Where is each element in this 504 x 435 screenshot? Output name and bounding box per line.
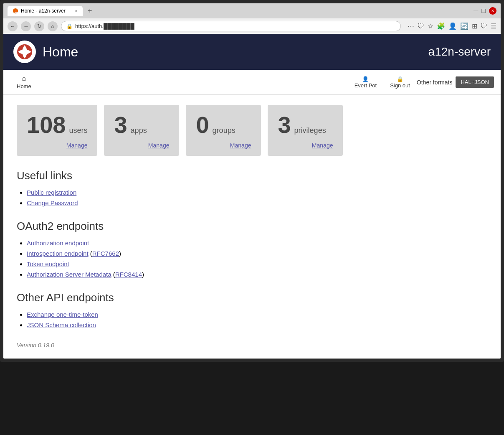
- manage-privileges-link[interactable]: Manage: [312, 142, 333, 149]
- stat-label-apps: apps: [131, 126, 147, 135]
- stat-manage-users: Manage: [27, 142, 87, 149]
- other-api-heading: Other API endpoints: [17, 291, 487, 304]
- change-password-link[interactable]: Change Password: [27, 199, 78, 206]
- browser-titlebar: 🦊 Home - a12n-server × + ─ □ ×: [3, 3, 501, 18]
- other-api-section: Other API endpoints Exchange one-time-to…: [17, 291, 487, 328]
- sync-icon[interactable]: 🔄: [460, 22, 469, 30]
- other-formats-link[interactable]: Other formats: [417, 79, 453, 86]
- list-item: Authorization endpoint: [27, 239, 487, 247]
- stat-manage-apps: Manage: [114, 142, 169, 149]
- menu-icon[interactable]: ☰: [491, 22, 496, 30]
- stat-number-users: 108: [27, 113, 66, 137]
- user-name: Evert Pot: [355, 82, 377, 89]
- stat-card-privileges: 3 privileges Manage: [268, 105, 343, 156]
- url-display: https://auth.████████: [75, 23, 134, 29]
- addon-icon[interactable]: 🛡: [481, 23, 487, 30]
- exchange-token-link[interactable]: Exchange one-time-token: [27, 311, 98, 318]
- list-item: JSON Schema collection: [27, 321, 487, 328]
- stat-card-groups: 0 groups Manage: [186, 105, 261, 156]
- rfc8414-link[interactable]: RFC8414: [115, 271, 142, 278]
- extensions-icon[interactable]: 🧩: [437, 22, 445, 30]
- list-item: Introspection endpoint (RFC7662): [27, 250, 487, 257]
- back-button[interactable]: ←: [8, 21, 18, 31]
- app-name: a12n-server: [428, 45, 491, 59]
- stat-top-groups: 0 groups: [196, 113, 251, 137]
- auth-server-metadata-link[interactable]: Authorization Server Metadata: [27, 271, 111, 278]
- page-title: Home: [43, 44, 78, 60]
- grid-icon[interactable]: ⊞: [472, 22, 477, 30]
- app-header: Home a12n-server: [3, 34, 501, 70]
- manage-groups-link[interactable]: Manage: [230, 142, 251, 149]
- list-item: Authorization Server Metadata (RFC8414): [27, 271, 487, 278]
- nav-signout[interactable]: 🔒 Sign out: [383, 74, 417, 90]
- list-item: Change Password: [27, 199, 487, 206]
- bookmark-icon[interactable]: ☆: [428, 22, 433, 30]
- stat-number-apps: 3: [114, 113, 127, 137]
- stat-manage-privileges: Manage: [278, 142, 333, 149]
- list-item: Public registration: [27, 189, 487, 196]
- refresh-button[interactable]: ↻: [34, 21, 44, 31]
- browser-controls: ← → ↻ ⌂ 🔒 https://auth.████████ ⋯ 🛡 ☆ 🧩 …: [3, 18, 501, 34]
- more-options-icon[interactable]: ⋯: [408, 22, 414, 30]
- useful-links-list: Public registration Change Password: [17, 189, 487, 206]
- stat-label-groups: groups: [213, 126, 236, 135]
- profile-icon[interactable]: 👤: [448, 22, 457, 30]
- stat-label-users: users: [69, 126, 87, 135]
- introspection-endpoint-link[interactable]: Introspection endpoint: [27, 250, 89, 257]
- list-item: Token endpoint: [27, 260, 487, 267]
- home-icon: ⌂: [22, 75, 26, 82]
- browser-window: 🦊 Home - a12n-server × + ─ □ × ← → ↻ ⌂ 🔒…: [0, 0, 504, 362]
- stat-top-privileges: 3 privileges: [278, 113, 333, 137]
- stat-card-apps: 3 apps Manage: [104, 105, 179, 156]
- hal-json-button[interactable]: HAL+JSON: [456, 76, 494, 88]
- oauth2-heading: OAuth2 endpoints: [17, 220, 487, 233]
- browser-tab[interactable]: 🦊 Home - a12n-server ×: [8, 6, 83, 16]
- other-api-list: Exchange one-time-token JSON Schema coll…: [17, 311, 487, 328]
- nav-home[interactable]: ⌂ Home: [10, 73, 38, 91]
- tab-close-button[interactable]: ×: [75, 8, 78, 13]
- forward-button[interactable]: →: [21, 21, 31, 31]
- manage-apps-link[interactable]: Manage: [148, 142, 170, 149]
- authorization-endpoint-link[interactable]: Authorization endpoint: [27, 239, 89, 247]
- stat-label-privileges: privileges: [294, 126, 326, 135]
- shield-icon: 🛡: [418, 23, 424, 30]
- new-tab-button[interactable]: +: [88, 7, 92, 15]
- tab-favicon: 🦊: [13, 8, 18, 14]
- user-icon: 👤: [362, 76, 369, 82]
- header-left: Home: [13, 41, 78, 63]
- stat-manage-groups: Manage: [196, 142, 251, 149]
- token-endpoint-link[interactable]: Token endpoint: [27, 260, 69, 267]
- json-schema-link[interactable]: JSON Schema collection: [27, 321, 96, 328]
- nav-bar: ⌂ Home 👤 Evert Pot 🔒 Sign out Other form…: [3, 70, 501, 95]
- stat-card-users: 108 users Manage: [17, 105, 97, 156]
- list-item: Exchange one-time-token: [27, 311, 487, 318]
- address-bar[interactable]: 🔒 https://auth.████████: [61, 21, 401, 31]
- version-text: Version 0.19.0: [17, 342, 487, 349]
- signout-label: Sign out: [390, 82, 410, 89]
- tab-title: Home - a12n-server: [21, 8, 66, 14]
- window-minimize[interactable]: ─: [474, 7, 478, 15]
- stat-top-apps: 3 apps: [114, 113, 169, 137]
- stats-row: 108 users Manage 3 apps Manage: [17, 105, 487, 156]
- browser-toolbar-icons: ⋯ 🛡 ☆ 🧩 👤 🔄 ⊞ 🛡 ☰: [408, 22, 496, 30]
- home-button[interactable]: ⌂: [48, 21, 58, 31]
- stat-number-privileges: 3: [278, 113, 291, 137]
- window-maximize[interactable]: □: [481, 7, 486, 15]
- oauth2-section: OAuth2 endpoints Authorization endpoint …: [17, 220, 487, 278]
- useful-links-section: Useful links Public registration Change …: [17, 169, 487, 206]
- public-registration-link[interactable]: Public registration: [27, 189, 76, 196]
- lock-icon: 🔒: [397, 76, 403, 82]
- oauth2-list: Authorization endpoint Introspection end…: [17, 239, 487, 278]
- nav-home-label: Home: [17, 83, 31, 89]
- svg-text:🦊: 🦊: [14, 10, 18, 13]
- manage-users-link[interactable]: Manage: [66, 142, 88, 149]
- rfc7662-link[interactable]: RFC7662: [92, 250, 119, 257]
- app-logo: [13, 41, 36, 63]
- useful-links-heading: Useful links: [17, 169, 487, 182]
- main-content: 108 users Manage 3 apps Manage: [3, 95, 501, 359]
- window-close[interactable]: ×: [489, 7, 496, 15]
- stat-number-groups: 0: [196, 113, 209, 137]
- stat-top-users: 108 users: [27, 113, 87, 137]
- nav-user: 👤 Evert Pot: [348, 74, 383, 90]
